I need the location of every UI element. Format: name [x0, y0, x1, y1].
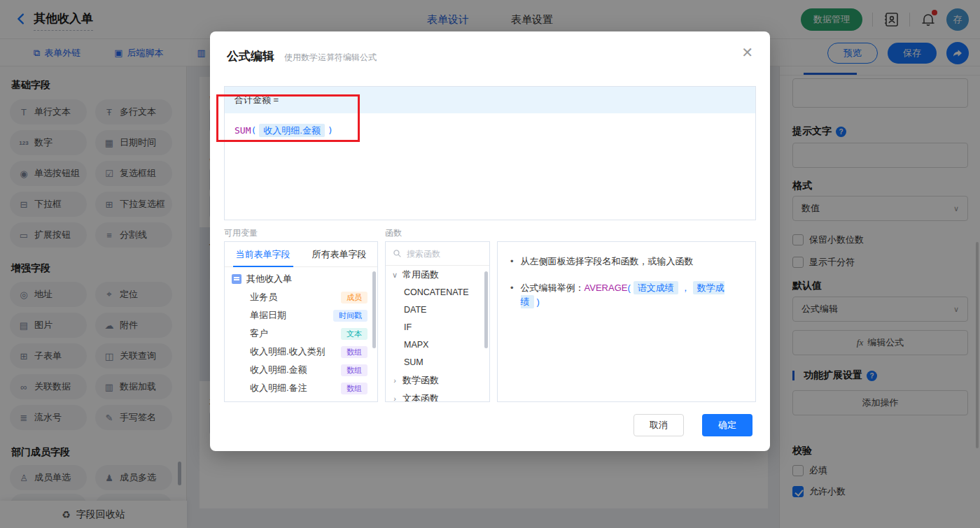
function-group-common[interactable]: ∨常用函数 — [386, 266, 489, 284]
field-chip[interactable]: 收入明细.金额 — [259, 124, 325, 137]
functions-label: 函数 — [385, 227, 402, 239]
function-group-text[interactable]: ›文本函数 — [386, 390, 489, 402]
caret-right-icon: › — [391, 376, 398, 385]
formula-target: 合计金额 = — [225, 87, 755, 113]
variable-item[interactable]: 收入明细.金额数组 — [225, 361, 377, 379]
cancel-button[interactable]: 取消 — [634, 414, 684, 436]
variables-scrollbar[interactable] — [372, 271, 376, 348]
type-badge: 数组 — [341, 346, 368, 358]
variable-item[interactable]: 客户文本 — [225, 324, 377, 343]
type-badge: 文本 — [341, 328, 368, 340]
function-token: SUM — [234, 125, 251, 136]
variable-item[interactable]: 业务员成员 — [225, 288, 377, 306]
document-icon — [232, 274, 241, 284]
function-item[interactable]: MAPX — [386, 336, 489, 354]
variable-item[interactable]: 收入明细.收入类别数组 — [225, 343, 377, 361]
function-item[interactable]: CONCATENATE — [386, 284, 489, 301]
type-badge: 数组 — [341, 383, 368, 394]
function-search-input[interactable] — [407, 249, 477, 259]
formula-editor[interactable]: 合计金额 = SUM(收入明细.金额) — [224, 86, 756, 220]
variable-item[interactable]: 收入明细.备注数组 — [225, 379, 377, 397]
type-badge: 数组 — [341, 364, 368, 376]
formula-expression[interactable]: SUM(收入明细.金额) — [225, 113, 755, 148]
tab-current-form-fields[interactable]: 当前表单字段 — [225, 242, 301, 266]
variable-item[interactable]: 单据日期时间戳 — [225, 306, 377, 324]
modal-title: 公式编辑 — [227, 48, 274, 64]
hint-line: • 从左侧面板选择字段名和函数，或输入函数 — [498, 255, 755, 269]
caret-right-icon: › — [391, 394, 398, 402]
tab-all-form-fields[interactable]: 所有表单字段 — [301, 242, 377, 266]
field-chip: 语文成绩 — [634, 281, 678, 294]
variables-tree-root[interactable]: 其他收入单 — [225, 267, 377, 288]
type-badge: 时间戳 — [333, 310, 368, 322]
function-item[interactable]: IF — [386, 319, 489, 336]
function-token: AVERAGE — [584, 283, 628, 293]
hints-panel: • 从左侧面板选择字段名和函数，或输入函数 • 公式编辑举例：AVERAGE(语… — [497, 241, 756, 402]
close-icon[interactable]: ✕ — [741, 45, 753, 59]
functions-panel: ∨常用函数 CONCATENATE DATE IF MAPX SUM ›数学函数… — [385, 241, 490, 402]
function-search[interactable] — [386, 242, 489, 266]
function-group-math[interactable]: ›数学函数 — [386, 371, 489, 390]
formula-edit-modal: 公式编辑 使用数学运算符编辑公式 ✕ 合计金额 = SUM(收入明细.金额) 可… — [210, 31, 770, 451]
modal-subtitle: 使用数学运算符编辑公式 — [284, 52, 377, 64]
variables-label: 可用变量 — [224, 227, 258, 239]
functions-scrollbar[interactable] — [484, 271, 488, 348]
function-item[interactable]: DATE — [386, 301, 489, 319]
hint-example-line: • 公式编辑举例：AVERAGE(语文成绩，数学成绩) — [498, 281, 755, 309]
caret-down-icon: ∨ — [391, 271, 398, 280]
type-badge: 成员 — [341, 292, 368, 304]
function-item[interactable]: SUM — [386, 354, 489, 371]
search-icon — [393, 249, 402, 258]
variables-panel: 当前表单字段 所有表单字段 其他收入单 业务员成员 单据日期时间戳 客户文本 收… — [224, 241, 378, 402]
confirm-button[interactable]: 确定 — [702, 414, 752, 436]
